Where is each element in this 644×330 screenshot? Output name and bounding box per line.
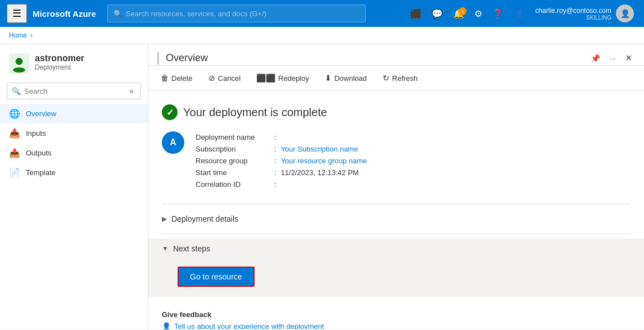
success-icon: ✓ <box>162 104 178 120</box>
sidebar-item-overview[interactable]: 🌐 Overview <box>0 104 148 123</box>
next-steps-toggle[interactable]: ▼ Next steps <box>162 244 631 253</box>
next-steps-content: Go to resource <box>162 253 631 291</box>
sidebar-header: astronomer Deployment <box>0 44 148 78</box>
deployment-name-row: Deployment name : <box>196 131 631 143</box>
sidebar: astronomer Deployment 🔍 « 🌐 Overview 📥 I… <box>0 44 148 329</box>
go-to-resource-button[interactable]: Go to resource <box>178 267 255 287</box>
correlation-id-row: Correlation ID : <box>196 178 631 190</box>
main-content: ✓ Your deployment is complete A Deployme… <box>148 91 644 329</box>
deployment-details-toggle[interactable]: ▶ Deployment details <box>162 214 631 223</box>
sidebar-item-template-label: Template <box>26 168 56 177</box>
refresh-icon: ↻ <box>383 74 389 82</box>
panel-title: Overview <box>166 52 208 64</box>
sidebar-item-outputs[interactable]: 📤 Outputs <box>0 143 148 163</box>
more-options-icon[interactable]: ··· <box>607 53 618 64</box>
global-search-input[interactable] <box>126 10 360 18</box>
pin-icon[interactable]: 📌 <box>588 53 602 64</box>
resource-name: astronomer <box>35 53 84 63</box>
deployment-info: A Deployment name : Subscription : Your … <box>162 131 631 190</box>
user-avatar: 👤 <box>616 4 634 22</box>
delete-button[interactable]: 🗑 Delete <box>157 71 196 85</box>
resource-group-row: Resource group : Your resource group nam… <box>196 155 631 167</box>
sidebar-item-inputs[interactable]: 📥 Inputs <box>0 123 148 143</box>
start-time-row: Start time : 11/2/2023, 12:13:42 PM <box>196 167 631 178</box>
breadcrumb: Home › <box>0 27 644 44</box>
next-steps-arrow: ▼ <box>162 245 169 253</box>
sidebar-search-bar[interactable]: 🔍 « <box>7 82 141 99</box>
content-area: Overview 📌 ··· × 🗑 Delete ⊘ Cancel ⬛⬛ Re… <box>148 44 644 329</box>
search-icon: 🔍 <box>114 10 123 18</box>
download-label: Download <box>334 74 367 82</box>
next-steps-section: ▼ Next steps Go to resource <box>148 239 644 297</box>
user-org: SKILLING <box>535 15 611 21</box>
app-title: Microsoft Azure <box>33 9 96 19</box>
breadcrumb-separator: › <box>30 31 33 39</box>
cloud-shell-button[interactable]: ⬛ <box>407 6 425 21</box>
topbar: ☰ Microsoft Azure 🔍 ⬛ 💬 🔔 1 ⚙ ❓ 👤 charli… <box>0 0 644 27</box>
main-layout: astronomer Deployment 🔍 « 🌐 Overview 📥 I… <box>0 44 644 329</box>
user-info[interactable]: charlie.roy@contoso.com SKILLING 👤 <box>532 2 637 25</box>
feedback-link-text: Tell us about your experience with deplo… <box>174 322 324 329</box>
resource-group-label: Resource group <box>196 157 274 165</box>
help-button[interactable]: ❓ <box>489 6 507 21</box>
feedback-icon: 👤 <box>162 322 171 329</box>
redeploy-label: Redeploy <box>278 74 309 82</box>
section-divider-2 <box>162 233 631 234</box>
correlation-id-label: Correlation ID <box>196 180 274 189</box>
user-profile-button[interactable]: 👤 <box>510 6 528 21</box>
resource-type-icon <box>9 53 29 74</box>
resource-type: Deployment <box>35 63 84 71</box>
redeploy-icon: ⬛⬛ <box>256 74 275 82</box>
toolbar: 🗑 Delete ⊘ Cancel ⬛⬛ Redeploy ⬇ Download… <box>148 66 644 91</box>
svg-point-1 <box>16 58 23 65</box>
cancel-label: Cancel <box>218 74 241 82</box>
subscription-value[interactable]: Your Subscription name <box>281 145 359 153</box>
deployment-details: Deployment name : Subscription : Your Su… <box>196 131 631 190</box>
sidebar-nav: 🌐 Overview 📥 Inputs 📤 Outputs 📄 Template <box>0 104 148 329</box>
feedback-link[interactable]: 👤 Tell us about your experience with dep… <box>162 322 631 329</box>
hamburger-menu-button[interactable]: ☰ <box>7 4 27 23</box>
deployment-details-section: ▶ Deployment details <box>162 209 631 229</box>
global-search-bar[interactable]: 🔍 <box>107 4 366 22</box>
download-button[interactable]: ⬇ Download <box>321 71 370 85</box>
deployment-status-title: Your deployment is complete <box>183 106 327 119</box>
deployment-avatar: A <box>162 131 184 154</box>
section-divider-1 <box>162 204 631 204</box>
template-icon: 📄 <box>9 167 20 178</box>
sidebar-search-icon: 🔍 <box>12 87 21 95</box>
resource-group-value[interactable]: Your resource group name <box>281 157 367 165</box>
user-email: charlie.roy@contoso.com <box>535 7 611 15</box>
notification-badge: 1 <box>459 7 466 15</box>
outputs-icon: 📤 <box>9 148 20 158</box>
close-icon[interactable]: × <box>622 51 635 65</box>
delete-icon: 🗑 <box>161 74 169 82</box>
overview-icon: 🌐 <box>9 108 20 119</box>
next-steps-label: Next steps <box>173 244 210 253</box>
notifications-button[interactable]: 🔔 1 <box>450 6 468 21</box>
subscription-row: Subscription : Your Subscription name <box>196 143 631 155</box>
sidebar-item-template[interactable]: 📄 Template <box>0 163 148 182</box>
topbar-icons: ⬛ 💬 🔔 1 ⚙ ❓ 👤 charlie.roy@contoso.com SK… <box>407 2 637 25</box>
sidebar-search-input[interactable] <box>24 87 124 95</box>
download-icon: ⬇ <box>325 74 332 82</box>
start-time-label: Start time <box>196 168 274 177</box>
redeploy-button[interactable]: ⬛⬛ Redeploy <box>253 71 312 85</box>
feedback-button[interactable]: 💬 <box>428 6 446 21</box>
panel-title-divider <box>157 52 159 65</box>
refresh-label: Refresh <box>392 74 418 82</box>
delete-label: Delete <box>171 74 193 82</box>
subscription-label: Subscription <box>196 145 274 153</box>
feedback-section: Give feedback 👤 Tell us about your exper… <box>162 310 631 329</box>
refresh-button[interactable]: ↻ Refresh <box>379 71 421 85</box>
settings-button[interactable]: ⚙ <box>471 6 486 21</box>
svg-point-2 <box>13 67 25 72</box>
cancel-icon: ⊘ <box>208 74 215 82</box>
deployment-details-arrow: ▶ <box>162 215 167 223</box>
inputs-icon: 📥 <box>9 128 20 139</box>
breadcrumb-home[interactable]: Home <box>9 31 27 39</box>
sidebar-collapse-button[interactable]: « <box>127 85 136 97</box>
deployment-status-header: ✓ Your deployment is complete <box>162 104 631 120</box>
cancel-button[interactable]: ⊘ Cancel <box>205 71 244 85</box>
panel-header: Overview 📌 ··· × <box>148 44 644 66</box>
feedback-title: Give feedback <box>162 310 631 319</box>
